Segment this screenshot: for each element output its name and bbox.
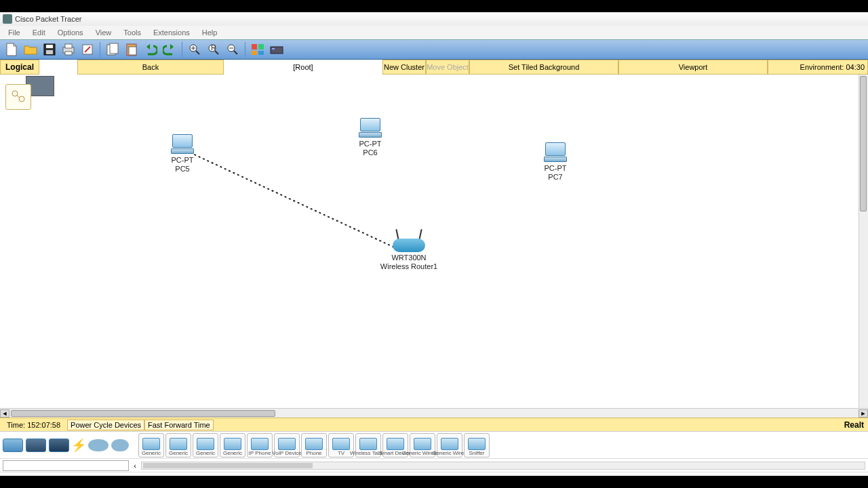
undo-icon[interactable] [142,41,159,58]
palette-item-phone-6[interactable]: Phone [301,433,327,458]
power-cycle-button[interactable]: Power Cycle Devices [67,420,144,430]
pc-icon [359,118,382,138]
back-button[interactable]: Back [77,60,224,75]
fast-forward-button[interactable]: Fast Forward Time [144,420,214,430]
svg-rect-5 [65,52,72,55]
svg-rect-15 [252,44,257,49]
save-icon[interactable] [41,41,58,58]
svg-point-22 [19,96,24,102]
device-filter-row: ‹ [0,458,868,472]
menu-tools[interactable]: Tools [118,27,146,38]
environment-button[interactable]: Environment: 04:30 [768,60,868,75]
new-file-icon[interactable] [3,41,20,58]
realtime-tab[interactable]: Realt [844,420,868,430]
menu-help[interactable]: Help [197,27,223,38]
logical-tab[interactable]: Logical [0,60,39,75]
canvas-scrollbar-vertical[interactable] [859,75,868,408]
svg-rect-8 [110,43,118,54]
print-icon[interactable] [60,41,77,58]
svg-line-23 [190,152,399,249]
palette-item-generic-0[interactable]: Generic [138,433,164,458]
custom-devices-icon[interactable] [268,41,285,58]
zoom-in-icon[interactable] [186,41,203,58]
workspace-bar: Logical Back [Root] New Cluster Move Obj… [0,60,868,75]
copy-icon[interactable] [104,41,121,58]
palette-item-generic-wireless-10[interactable]: Generic Wireless [410,433,435,458]
svg-text:R: R [211,43,216,52]
move-object-button[interactable]: Move Object [426,60,469,75]
palette-icon[interactable] [249,41,267,58]
svg-rect-19 [271,47,283,54]
svg-rect-16 [258,44,264,49]
svg-rect-17 [252,51,257,55]
palette-item-voip-device-5[interactable]: VoIP Device [274,433,300,458]
menu-extensions[interactable]: Extensions [148,27,195,38]
menu-file[interactable]: File [3,27,26,38]
viewport-button[interactable]: Viewport [618,60,768,75]
svg-rect-10 [129,47,136,55]
category-end-devices-icon[interactable] [26,439,46,452]
pc-icon [544,142,567,163]
main-toolbar: R [0,39,868,60]
menu-view[interactable]: View [90,27,117,38]
device-wireless-router1[interactable]: WRT300NWireless Router1 [377,233,441,271]
category-miscellaneous-icon[interactable] [88,439,108,451]
logical-workspace[interactable]: PC-PTPC5 PC-PTPC6 PC-PTPC7 WRT300NWirele… [0,75,868,408]
app-window: Cisco Packet Tracer File Edit Options Vi… [0,12,868,476]
palette-item-generic-2[interactable]: Generic [193,433,218,458]
menu-edit[interactable]: Edit [27,27,51,38]
zoom-out-icon[interactable] [224,41,241,58]
scroll-left-icon[interactable]: ‹ [132,462,138,470]
palette-item-ip-phone-4[interactable]: IP Phone [247,433,273,458]
app-title: Cisco Packet Tracer [15,15,81,23]
sim-time: Time: 152:07:58 [0,421,67,429]
palette-item-generic-1[interactable]: Generic [165,433,191,458]
set-tiled-background-button[interactable]: Set Tiled Background [469,60,618,75]
palette-item-wireless-tablet-8[interactable]: Wireless Tablet [355,433,381,458]
menu-options[interactable]: Options [52,27,89,38]
svg-rect-20 [272,48,275,49]
svg-rect-2 [46,50,53,54]
svg-rect-4 [65,44,72,48]
cluster-path[interactable]: [Root] [224,60,382,75]
paste-icon[interactable] [123,41,140,58]
app-icon [3,14,12,24]
menubar: File Edit Options View Tools Extensions … [0,26,868,39]
status-footer [0,472,868,476]
cluster-tool-icon[interactable] [5,84,31,110]
activity-wizard-icon[interactable] [79,41,96,58]
palette-item-sniffer-12[interactable]: Sniffer [464,433,490,458]
device-category-row: ⚡ GenericGenericGenericGenericIP PhoneVo… [0,431,868,458]
category-components-icon[interactable] [49,439,69,452]
open-folder-icon[interactable] [22,41,39,58]
zoom-reset-icon[interactable]: R [205,41,222,58]
palette-item-generic-wired-11[interactable]: Generic Wired [437,433,462,458]
new-cluster-button[interactable]: New Cluster [382,60,426,75]
category-connections-icon[interactable]: ⚡ [72,436,85,454]
device-pc7[interactable]: PC-PTPC7 [544,142,567,182]
svg-rect-1 [46,45,53,48]
device-filter-input[interactable] [3,460,129,471]
device-pc6[interactable]: PC-PTPC6 [359,118,382,157]
wireless-router-icon [393,233,425,252]
canvas-scrollbar-horizontal[interactable]: ◄ ► [0,408,868,418]
svg-rect-18 [258,51,264,55]
category-network-devices-icon[interactable] [3,439,23,452]
redo-icon[interactable] [161,41,178,58]
device-pc5[interactable]: PC-PTPC5 [171,134,194,174]
palette-scrollbar[interactable] [141,462,865,470]
category-multiuser-icon[interactable] [111,439,129,451]
realtime-bar: Time: 152:07:58 Power Cycle Devices Fast… [0,418,868,431]
palette-item-generic-3[interactable]: Generic [220,433,245,458]
titlebar: Cisco Packet Tracer [0,12,868,26]
svg-point-21 [12,91,18,96]
pc-icon [171,134,194,155]
